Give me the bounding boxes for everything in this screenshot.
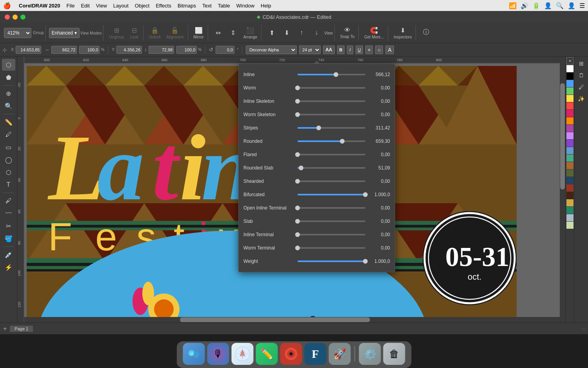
- smear-tool[interactable]: 〰: [2, 208, 15, 219]
- white-swatch[interactable]: [566, 65, 573, 72]
- vf-track-12[interactable]: [298, 234, 365, 235]
- node-tool[interactable]: ⬟: [2, 71, 15, 83]
- unlock-button[interactable]: 🔓 Alignment: [164, 26, 186, 40]
- italic-button[interactable]: I: [347, 46, 353, 54]
- menu-window[interactable]: Window: [236, 3, 254, 9]
- yellow-swatch[interactable]: [566, 95, 573, 102]
- text-char-button[interactable]: A: [385, 46, 394, 54]
- vertical-scrollbar[interactable]: [560, 56, 565, 322]
- vf-track-4[interactable]: [298, 127, 365, 129]
- dark-red-swatch[interactable]: [566, 184, 573, 191]
- light-green-swatch[interactable]: [566, 222, 573, 229]
- snap-button[interactable]: 🧲 Get More...: [362, 26, 386, 40]
- vf-thumb-11[interactable]: [295, 219, 300, 224]
- vf-thumb-13[interactable]: [295, 246, 300, 250]
- h-pct-input[interactable]: [176, 46, 197, 54]
- y-input[interactable]: [116, 46, 142, 54]
- menu-effects[interactable]: Effects: [156, 3, 171, 9]
- dark-brown-swatch[interactable]: [566, 192, 573, 199]
- ungroup-button[interactable]: ⊟ Lock: [127, 26, 142, 40]
- menu-help[interactable]: Help: [261, 3, 271, 9]
- transform-panel-btn[interactable]: ⊞: [576, 58, 587, 69]
- zoom-select[interactable]: 412% 100% 200% 50%: [4, 28, 31, 38]
- brown-swatch[interactable]: [566, 162, 573, 169]
- w-input[interactable]: [51, 46, 77, 54]
- vf-thumb-0[interactable]: [334, 72, 338, 77]
- vf-thumb-2[interactable]: [295, 99, 300, 104]
- teal-swatch[interactable]: [566, 155, 573, 162]
- light-purple-swatch[interactable]: [566, 132, 573, 139]
- scroll-thumb-h[interactable]: [180, 317, 370, 322]
- vf-track-5[interactable]: [298, 140, 365, 142]
- light-blue-swatch[interactable]: [566, 214, 573, 221]
- vf-thumb-1[interactable]: [295, 86, 300, 90]
- vf-thumb-5[interactable]: [340, 139, 345, 144]
- bezier-tool[interactable]: 🖊: [2, 129, 15, 140]
- dock-fontlab[interactable]: F: [305, 343, 327, 365]
- menu-coreldraw[interactable]: CorelDRAW 2020: [19, 3, 60, 9]
- vf-thumb-3[interactable]: [295, 112, 300, 117]
- arrange-back-button[interactable]: ⬇: [279, 28, 294, 38]
- angle-input[interactable]: [216, 46, 234, 54]
- view-mode-dropdown[interactable]: Enhanced ▾: [49, 28, 80, 38]
- menu-view[interactable]: View: [96, 3, 107, 9]
- text-options-button[interactable]: ○: [375, 46, 383, 54]
- close-button[interactable]: [5, 15, 10, 20]
- blue-swatch[interactable]: [566, 80, 573, 87]
- navy-swatch[interactable]: [566, 177, 573, 184]
- notes-panel-btn[interactable]: 🗒: [576, 70, 587, 81]
- text-tool[interactable]: T: [2, 179, 15, 191]
- menu-bitmaps[interactable]: Bitmaps: [178, 3, 196, 9]
- vf-thumb-7[interactable]: [299, 166, 303, 170]
- menu-object[interactable]: Object: [135, 3, 150, 9]
- dock-siri[interactable]: 🎙: [207, 343, 229, 365]
- font-select[interactable]: Decorvar Alpha: [246, 46, 297, 54]
- dock-launchpad[interactable]: 🚀: [329, 343, 351, 365]
- vf-track-7[interactable]: [298, 167, 365, 169]
- zoom-tool[interactable]: 🔍: [2, 100, 15, 112]
- underline-button[interactable]: U: [356, 46, 363, 54]
- pink-swatch[interactable]: [566, 110, 573, 117]
- vf-track-13[interactable]: [298, 247, 365, 249]
- dock-settings[interactable]: ⚙️: [359, 343, 381, 365]
- transform-tool[interactable]: ⊕: [2, 87, 15, 99]
- eyedropper-tool[interactable]: 💉: [2, 249, 15, 261]
- minimize-button[interactable]: [13, 15, 18, 20]
- lock-button[interactable]: 🔒 Unlock: [147, 26, 163, 40]
- apple-menu[interactable]: 🍎: [3, 2, 11, 9]
- gold-swatch[interactable]: [566, 199, 573, 206]
- red-swatch[interactable]: [566, 102, 573, 109]
- vf-track-1[interactable]: [298, 87, 365, 89]
- arrange-bwd-button[interactable]: ↓: [309, 28, 323, 38]
- steel-blue-swatch[interactable]: [566, 147, 573, 154]
- purple-swatch[interactable]: [566, 125, 573, 132]
- vf-thumb-12[interactable]: [295, 232, 300, 237]
- vf-thumb-10[interactable]: [295, 206, 300, 210]
- mirror-v-button[interactable]: ⇕: [226, 28, 240, 38]
- menu-text[interactable]: Text: [202, 3, 212, 9]
- no-fill-swatch[interactable]: ✕: [566, 57, 573, 64]
- menu-edit[interactable]: Edit: [81, 3, 89, 9]
- orange-swatch[interactable]: [566, 117, 573, 124]
- arrange-front-button[interactable]: ⬆: [265, 28, 279, 38]
- pen-tool[interactable]: 🖋: [2, 195, 15, 207]
- page-tab[interactable]: Page 1: [10, 326, 33, 332]
- mirror-h-button[interactable]: ⇔: [211, 28, 225, 38]
- vf-thumb-6[interactable]: [295, 152, 300, 157]
- violet-swatch[interactable]: [566, 140, 573, 147]
- font-size-select[interactable]: 24 pt: [299, 46, 321, 54]
- horizontal-scrollbar[interactable]: [17, 317, 560, 322]
- view-button[interactable]: 👁 Snap To: [338, 26, 357, 40]
- fill-tool[interactable]: 🪣: [2, 233, 15, 244]
- rect-tool[interactable]: ▭: [2, 141, 15, 153]
- olive-swatch[interactable]: [566, 169, 573, 177]
- menu-layout[interactable]: Layout: [113, 3, 129, 9]
- effects-panel-btn[interactable]: ✨: [576, 93, 587, 104]
- green-swatch[interactable]: [566, 87, 573, 95]
- dock-trash[interactable]: 🗑: [383, 343, 405, 365]
- vf-track-0[interactable]: [298, 74, 365, 75]
- crop-tool[interactable]: ✂: [2, 220, 15, 232]
- freehand-tool[interactable]: ✏️: [2, 116, 15, 128]
- forest-swatch[interactable]: [566, 207, 573, 214]
- maximize-button[interactable]: [20, 15, 25, 20]
